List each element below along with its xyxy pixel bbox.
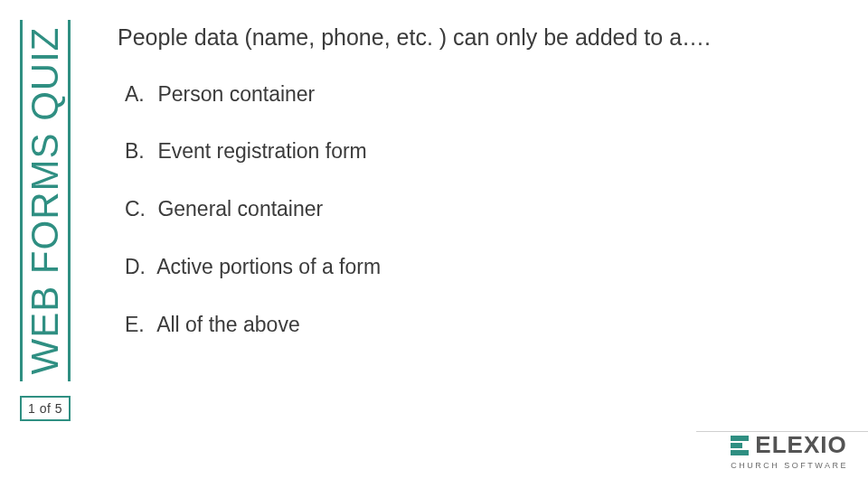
page-counter: 1 of 5 (20, 396, 71, 421)
option-text: Active portions of a form (156, 255, 381, 278)
quiz-content: People data (name, phone, etc. ) can onl… (118, 23, 841, 370)
option-letter: B. (125, 138, 152, 165)
option-letter: E. (125, 312, 152, 339)
option-a: A. Person container (125, 81, 841, 108)
option-e: E. All of the above (125, 312, 841, 339)
option-d: D. Active portions of a form (125, 254, 841, 281)
option-c: C. General container (125, 196, 841, 223)
brand-logo: ELEXIO CHURCH SOFTWARE (731, 431, 848, 470)
question-text: People data (name, phone, etc. ) can onl… (118, 23, 841, 52)
options-list: A. Person container B. Event registratio… (125, 81, 841, 339)
option-text: All of the above (156, 313, 300, 336)
option-text: Person container (157, 82, 315, 106)
logo-brand-text: ELEXIO (755, 431, 846, 459)
option-text: General container (157, 197, 323, 221)
option-text: Event registration form (157, 139, 366, 163)
side-title-box: WEB FORMS QUIZ (20, 20, 71, 381)
side-title: WEB FORMS QUIZ (24, 27, 67, 375)
option-b: B. Event registration form (125, 138, 841, 165)
logo-tagline: CHURCH SOFTWARE (731, 461, 848, 470)
logo-top-row: ELEXIO (731, 431, 848, 459)
option-letter: D. (125, 254, 152, 281)
logo-mark-icon (731, 436, 749, 455)
option-letter: A. (125, 81, 152, 108)
option-letter: C. (125, 196, 152, 223)
